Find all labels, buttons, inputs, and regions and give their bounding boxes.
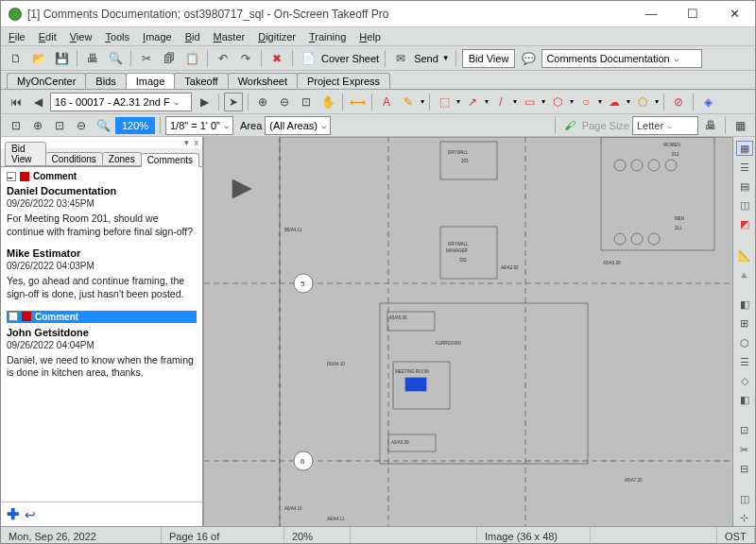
sidetab-bidview[interactable]: Bid View: [5, 142, 46, 166]
print2-icon[interactable]: 🖶: [701, 116, 720, 135]
comments-icon[interactable]: 💬: [519, 49, 538, 68]
zoom-minus-icon[interactable]: ⊖: [275, 93, 294, 111]
add-comment-button[interactable]: ✚: [7, 505, 19, 523]
menu-tools[interactable]: Tools: [105, 31, 129, 42]
undo-icon[interactable]: ↶: [214, 49, 232, 68]
rt-grid-icon[interactable]: ▦: [736, 141, 753, 156]
menu-training[interactable]: Training: [309, 31, 346, 42]
first-page-icon[interactable]: ⏮: [7, 93, 26, 111]
paste-icon[interactable]: 📋: [182, 49, 201, 68]
send-icon[interactable]: ✉: [391, 49, 410, 68]
zoom-region-icon[interactable]: ⊡: [297, 93, 316, 111]
text-icon[interactable]: A: [377, 93, 396, 111]
rt-s1-icon[interactable]: ◧: [736, 298, 753, 313]
tab-bids[interactable]: Bids: [85, 73, 126, 89]
menu-master[interactable]: Master: [214, 31, 246, 42]
circle-icon[interactable]: ○: [576, 93, 595, 111]
save-icon[interactable]: 💾: [52, 49, 71, 68]
maximize-button[interactable]: ☐: [679, 7, 706, 21]
rt-s10-icon[interactable]: ◫: [736, 492, 753, 507]
send-label[interactable]: Send: [414, 53, 438, 64]
rt-s6-icon[interactable]: ◧: [736, 392, 753, 407]
find-icon[interactable]: 🔍: [94, 116, 112, 135]
print-icon[interactable]: 🖶: [83, 49, 102, 68]
scale-combo[interactable]: 1/8" = 1' 0"⌵: [165, 116, 233, 135]
pan-icon[interactable]: ✋: [318, 93, 337, 111]
rt-osnap-icon[interactable]: ◫: [736, 197, 753, 212]
coversheet-icon[interactable]: 📄: [299, 49, 318, 68]
bidview-combo[interactable]: Bid View: [462, 49, 516, 68]
rt-s5-icon[interactable]: ◇: [736, 373, 753, 388]
menu-bid[interactable]: Bid: [185, 31, 200, 42]
menu-digitizer[interactable]: Digitizer: [258, 31, 296, 42]
page-combo[interactable]: 16 - 00017 - A2.31 2nd F⌵: [50, 93, 192, 111]
rt-s11-icon[interactable]: ⊹: [736, 511, 753, 526]
copy-icon[interactable]: 🗐: [160, 49, 179, 68]
comment-marker-icon[interactable]: ◈: [698, 93, 717, 111]
tab-takeoff[interactable]: Takeoff: [174, 73, 228, 89]
line-icon[interactable]: /: [491, 93, 510, 111]
menu-view[interactable]: View: [70, 31, 93, 42]
rt-line-icon[interactable]: 📐: [736, 247, 753, 263]
rt-tag-icon[interactable]: ◩: [736, 216, 753, 231]
shape1-icon[interactable]: ⬚: [435, 93, 454, 111]
sidetab-conditions[interactable]: Conditions: [45, 152, 103, 166]
rt-s3-icon[interactable]: ⬡: [736, 335, 753, 350]
menu-image[interactable]: Image: [143, 31, 172, 42]
actual-icon[interactable]: ⊡: [50, 116, 69, 135]
coversheet-label[interactable]: Cover Sheet: [321, 53, 379, 64]
sidetab-comments[interactable]: Comments: [141, 153, 199, 167]
minimize-button[interactable]: —: [638, 7, 664, 21]
delete-icon[interactable]: ✖: [267, 49, 286, 68]
tab-worksheet[interactable]: Worksheet: [228, 73, 298, 89]
zoomin2-icon[interactable]: ⊕: [28, 116, 47, 135]
preview-icon[interactable]: 🔍: [106, 49, 125, 68]
zoom-percent[interactable]: 120%: [115, 117, 155, 134]
grid-icon[interactable]: ▦: [730, 116, 749, 135]
collapse-icon[interactable]: −: [9, 312, 18, 321]
close-button[interactable]: ✕: [721, 7, 747, 21]
panel-close-icon[interactable]: x: [195, 138, 199, 147]
sidetab-zones[interactable]: Zones: [102, 152, 142, 166]
rect-icon[interactable]: ▭: [520, 93, 539, 111]
rt-s7-icon[interactable]: ⊡: [736, 423, 753, 438]
dim-icon[interactable]: ⟷: [348, 93, 367, 111]
tab-image[interactable]: Image: [126, 73, 176, 89]
cut-icon[interactable]: ✂: [137, 49, 156, 68]
collapse-icon[interactable]: −: [7, 172, 16, 181]
doc-combo[interactable]: Comments Documentation⌵: [541, 49, 702, 68]
menu-edit[interactable]: Edit: [39, 31, 57, 42]
hex-icon[interactable]: ⬡: [548, 93, 567, 111]
next-page-icon[interactable]: ▶: [195, 93, 214, 111]
new-icon[interactable]: 🗋: [7, 49, 26, 68]
rt-s8-icon[interactable]: ✂: [736, 442, 753, 457]
rt-layers-icon[interactable]: ▤: [736, 178, 753, 194]
brush-icon[interactable]: 🖌: [560, 116, 579, 135]
stop-icon[interactable]: ⊘: [669, 93, 688, 111]
redo-icon[interactable]: ↷: [236, 49, 255, 68]
menu-help[interactable]: Help: [359, 31, 381, 42]
reply-button[interactable]: ↩: [25, 507, 36, 522]
rt-s9-icon[interactable]: ⊟: [736, 461, 753, 476]
arrow1-icon[interactable]: ↗: [463, 93, 482, 111]
prev-page-icon[interactable]: ◀: [28, 93, 47, 111]
poly-icon[interactable]: ⬠: [633, 93, 652, 111]
zoomout2-icon[interactable]: ⊖: [72, 116, 91, 135]
open-icon[interactable]: 📂: [29, 49, 48, 68]
drawing-canvas[interactable]: DRYWALL 203 DRYWALL DRYWALL MANAGER MANA…: [204, 137, 732, 526]
zoom-plus-icon[interactable]: ⊕: [253, 93, 272, 111]
tab-myoncenter[interactable]: MyOnCenter: [7, 73, 86, 89]
area-combo[interactable]: (All Areas)⌵: [265, 116, 331, 135]
pointer-icon[interactable]: ➤: [224, 93, 243, 111]
rt-area-icon[interactable]: ⟁: [736, 266, 753, 281]
tab-projectexpress[interactable]: Project Express: [297, 73, 390, 89]
rt-s2-icon[interactable]: ⊞: [736, 316, 753, 332]
panel-pin-icon[interactable]: ▾: [184, 138, 189, 147]
cloud-icon[interactable]: ☁: [605, 93, 624, 111]
paper-combo[interactable]: Letter⌵: [632, 116, 698, 135]
menu-file[interactable]: File: [9, 31, 26, 42]
comment-row-selected[interactable]: −Comment: [7, 311, 197, 323]
highlight-icon[interactable]: ✎: [399, 93, 418, 111]
fit-icon[interactable]: ⊡: [7, 116, 26, 135]
rt-s4-icon[interactable]: ☰: [736, 354, 753, 369]
